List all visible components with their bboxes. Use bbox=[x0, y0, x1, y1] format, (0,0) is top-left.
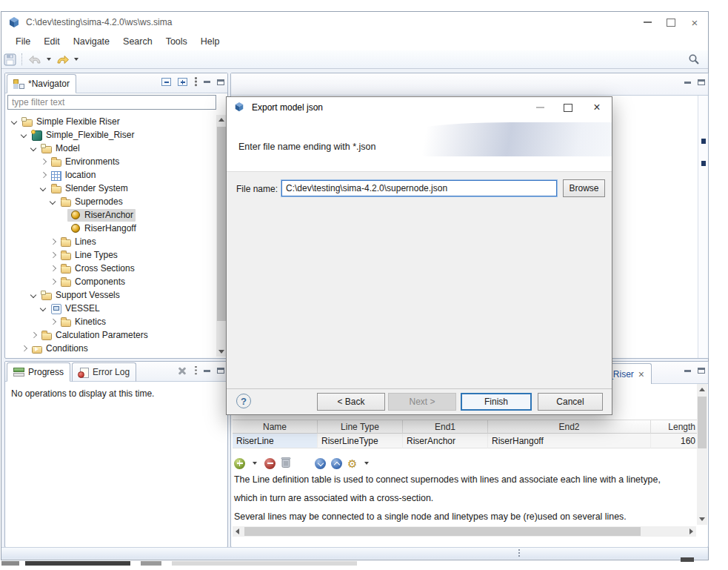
tab-progress[interactable]: Progress bbox=[7, 362, 70, 382]
tree-item-riseranchor[interactable]: RiserAnchor bbox=[6, 208, 216, 222]
dialog-close-icon[interactable]: × bbox=[582, 97, 612, 118]
tree-expanded-arrow-icon[interactable] bbox=[48, 197, 58, 207]
tree-expanded-arrow-icon[interactable] bbox=[39, 184, 48, 193]
search-button[interactable] bbox=[686, 51, 702, 67]
tree-item-location[interactable]: location bbox=[6, 168, 216, 182]
expand-all-icon[interactable] bbox=[178, 78, 187, 86]
tree-item-conditions[interactable]: Conditions bbox=[6, 342, 216, 355]
tree-expanded-arrow-icon[interactable] bbox=[10, 117, 19, 127]
tree-expanded-arrow-icon[interactable] bbox=[19, 130, 29, 140]
annotation-mark bbox=[701, 161, 706, 166]
file-name-input[interactable] bbox=[281, 180, 557, 196]
table-cell[interactable]: RiserLineType bbox=[318, 434, 403, 448]
navigator-scrollbar[interactable] bbox=[216, 115, 227, 357]
tree-collapsed-arrow-icon[interactable] bbox=[48, 251, 58, 260]
tree-item-cross-sections[interactable]: Cross Sections bbox=[6, 262, 216, 275]
column-header-end1[interactable]: End1 bbox=[403, 420, 488, 434]
menu-navigate[interactable]: Navigate bbox=[67, 34, 116, 49]
tree-collapsed-arrow-icon[interactable] bbox=[19, 344, 29, 354]
view-menu-icon[interactable] bbox=[194, 77, 197, 87]
editor-hscrollbar[interactable] bbox=[233, 526, 696, 537]
tree-item-model[interactable]: Model bbox=[6, 142, 216, 155]
filter-input[interactable] bbox=[7, 95, 216, 110]
column-header-length[interactable]: Length bbox=[651, 420, 699, 434]
menu-edit[interactable]: Edit bbox=[37, 34, 67, 49]
table-row[interactable]: RiserLineRiserLineTypeRiserAnchorRiserHa… bbox=[233, 434, 699, 448]
undo-dropdown-icon[interactable] bbox=[47, 58, 51, 61]
table-cell[interactable]: RiserLine bbox=[233, 434, 318, 448]
tree-collapsed-arrow-icon[interactable] bbox=[48, 317, 58, 327]
menu-search[interactable]: Search bbox=[116, 34, 159, 49]
back-button[interactable]: < Back bbox=[317, 393, 385, 411]
tree-expanded-arrow-icon[interactable] bbox=[29, 291, 39, 300]
remove-icon[interactable] bbox=[264, 458, 275, 469]
help-icon[interactable]: ? bbox=[236, 394, 251, 408]
tree-item-line-types[interactable]: Line Types bbox=[6, 248, 216, 262]
delete-icon[interactable] bbox=[281, 456, 291, 471]
menu-file[interactable]: File bbox=[9, 34, 37, 49]
tree-collapsed-arrow-icon[interactable] bbox=[48, 264, 58, 274]
tree-collapsed-arrow-icon[interactable] bbox=[48, 237, 58, 247]
tree-collapsed-arrow-icon[interactable] bbox=[39, 170, 48, 180]
redo-button[interactable] bbox=[53, 51, 72, 67]
tree-item-support-vessels[interactable]: Support Vessels bbox=[6, 288, 216, 302]
maximize-view-icon[interactable] bbox=[217, 79, 224, 85]
tree-item-supernodes[interactable]: Supernodes bbox=[6, 195, 216, 208]
tab-error-log[interactable]: Error Log bbox=[72, 362, 136, 382]
redo-dropdown-icon[interactable] bbox=[74, 58, 79, 61]
collapse-all-icon[interactable] bbox=[161, 78, 171, 86]
tree-item-kinetics[interactable]: Kinetics bbox=[6, 315, 216, 328]
tab-navigator[interactable]: *Navigator bbox=[7, 74, 76, 93]
gear-icon[interactable]: ⚙ bbox=[347, 458, 357, 469]
minimize-view-icon[interactable] bbox=[204, 81, 210, 83]
tree-label: VESSEL bbox=[65, 303, 100, 314]
finish-button[interactable]: Finish bbox=[461, 393, 532, 411]
minimize-editor-icon[interactable] bbox=[684, 82, 691, 84]
tree-item-simple-flexible-riser[interactable]: Simple_Flexible_Riser bbox=[6, 128, 216, 142]
move-up-icon[interactable] bbox=[331, 458, 342, 469]
undo-button[interactable] bbox=[26, 51, 44, 67]
tree-item-vessel[interactable]: VESSEL bbox=[6, 302, 216, 315]
tree-collapsed-arrow-icon[interactable] bbox=[29, 331, 39, 340]
dialog-maximize-icon[interactable] bbox=[554, 97, 582, 118]
maximize-editor-icon[interactable] bbox=[698, 368, 705, 374]
tree-item-simple-flexible-riser[interactable]: Simple Flexible Riser bbox=[6, 115, 216, 128]
tree-expanded-arrow-icon[interactable] bbox=[29, 144, 39, 153]
maximize-icon[interactable] bbox=[659, 12, 683, 33]
close-tab-icon[interactable]: × bbox=[638, 369, 644, 380]
tree-item-slender-system[interactable]: Slender System bbox=[6, 182, 216, 195]
tree-item-environments[interactable]: Environments bbox=[6, 155, 216, 168]
table-cell[interactable]: RiserHangoff bbox=[488, 434, 651, 448]
table-cell[interactable]: 160 bbox=[651, 434, 699, 448]
sash-handle-icon[interactable] bbox=[518, 549, 521, 558]
browse-button[interactable]: Browse bbox=[563, 179, 605, 197]
table-cell[interactable]: RiserAnchor bbox=[403, 434, 488, 448]
editor-vscrollbar[interactable] bbox=[697, 384, 707, 525]
tree-collapsed-arrow-icon[interactable] bbox=[39, 157, 48, 167]
clear-terminated-icon[interactable] bbox=[177, 365, 187, 376]
minimize-icon[interactable] bbox=[635, 12, 659, 33]
tree-expanded-arrow-icon[interactable] bbox=[39, 304, 48, 314]
maximize-editor-icon[interactable] bbox=[698, 79, 705, 85]
tree-item-lines[interactable]: Lines bbox=[6, 235, 216, 248]
tree-item-calculation-parameters[interactable]: Calculation Parameters bbox=[6, 328, 216, 342]
menu-help[interactable]: Help bbox=[194, 34, 227, 49]
add-dropdown-icon[interactable] bbox=[253, 462, 257, 465]
cancel-button[interactable]: Cancel bbox=[538, 393, 603, 411]
tree-item-riserhangoff[interactable]: RiserHangoff bbox=[6, 222, 216, 235]
column-header-name[interactable]: Name bbox=[233, 420, 318, 434]
save-button[interactable] bbox=[1, 51, 19, 67]
column-header-line-type[interactable]: Line Type bbox=[318, 420, 403, 434]
tree-collapsed-arrow-icon[interactable] bbox=[48, 277, 58, 287]
add-icon[interactable] bbox=[234, 458, 245, 469]
column-header-end2[interactable]: End2 bbox=[488, 420, 651, 434]
minimize-view-icon[interactable] bbox=[204, 370, 210, 372]
maximize-view-icon[interactable] bbox=[217, 368, 224, 374]
view-menu-icon[interactable] bbox=[194, 366, 197, 376]
gear-dropdown-icon[interactable] bbox=[364, 462, 369, 465]
move-down-icon[interactable] bbox=[315, 458, 326, 469]
minimize-editor-icon[interactable] bbox=[684, 370, 691, 372]
menu-tools[interactable]: Tools bbox=[159, 34, 194, 49]
tree-item-components[interactable]: Components bbox=[6, 275, 216, 288]
close-icon[interactable]: × bbox=[683, 12, 707, 33]
